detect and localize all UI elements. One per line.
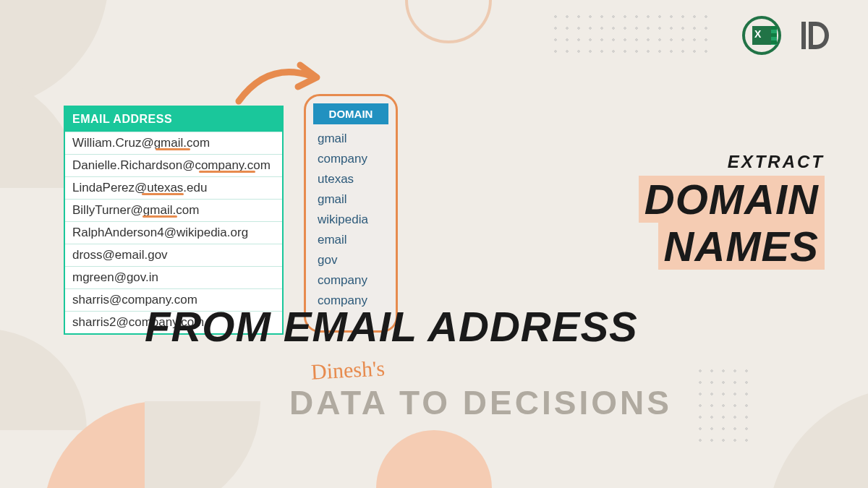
title-line1: DOMAIN [639, 176, 825, 223]
subtitle-script: Dinesh's [310, 356, 386, 384]
highlight-underline [142, 193, 184, 195]
email-table: EMAIL ADDRESS William.Cruz@gmail.com Dan… [64, 106, 284, 335]
table-row: Danielle.Richardson@company.com [65, 154, 282, 176]
domain-table-header: DOMAIN [313, 103, 388, 124]
list-item: company [313, 270, 388, 291]
table-row: BillyTurner@gmail.com [65, 199, 282, 221]
list-item: utexas [313, 169, 388, 189]
list-item: gmail [313, 189, 388, 210]
list-item: wikipedia [313, 210, 388, 230]
highlight-underline [199, 171, 255, 173]
title-block: EXTRACT DOMAIN NAMES [639, 152, 825, 270]
domain-result-box: DOMAIN gmail company utexas gmail wikipe… [304, 94, 398, 333]
brand-d-icon [794, 16, 833, 55]
title-line2: NAMES [658, 223, 825, 270]
highlight-underline [142, 215, 177, 218]
table-row: LindaPerez@utexas.edu [65, 176, 282, 199]
bg-shape [145, 401, 260, 488]
bg-circle [405, 0, 492, 43]
bg-dots [694, 365, 752, 445]
excel-icon [742, 16, 781, 55]
table-row: mgreen@gov.in [65, 266, 282, 288]
list-item: gov [313, 250, 388, 270]
list-item: company [313, 149, 388, 169]
bg-dots [550, 11, 709, 61]
table-row: RalphAnderson4@wikipedia.org [65, 221, 282, 244]
email-table-header: EMAIL ADDRESS [65, 107, 282, 132]
bg-shape [0, 329, 87, 430]
bg-shape [376, 430, 492, 488]
bg-shape [767, 387, 868, 488]
list-item: email [313, 230, 388, 250]
title-line3: FROM EMAIL ADDRESS [145, 302, 638, 351]
subtitle-main: DATA TO DECISIONS [289, 383, 672, 422]
list-item: gmail [313, 129, 388, 149]
title-small: EXTRACT [639, 152, 825, 172]
table-row: William.Cruz@gmail.com [65, 132, 282, 154]
table-row: dross@email.gov [65, 244, 282, 266]
highlight-underline [156, 148, 190, 150]
